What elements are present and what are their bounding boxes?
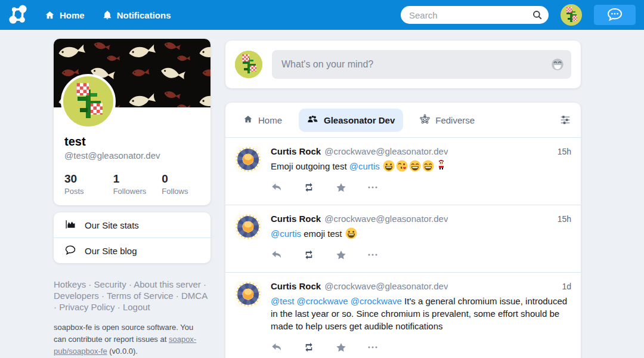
nav-home-label: Home [60, 10, 85, 20]
search-icon[interactable] [532, 10, 543, 23]
post-actions [271, 249, 571, 263]
main-column: Home Gleasonator Dev [225, 41, 581, 358]
tab-gleasonator-dev-label: Gleasonator Dev [324, 115, 395, 125]
reply-icon [271, 249, 283, 263]
account-avatar[interactable] [561, 4, 582, 26]
ellipsis-button[interactable] [367, 342, 378, 355]
post-timestamp[interactable]: 15h [558, 214, 571, 224]
chat-button[interactable] [594, 5, 636, 25]
post-author-handle[interactable]: @crockwave@gleasonator.dev [324, 281, 448, 291]
mention-link[interactable]: @curtis [349, 161, 380, 171]
stat-posts-value: 30 [64, 172, 113, 186]
repost-button[interactable] [303, 342, 315, 355]
footer-link-dmca[interactable]: DMCA [181, 291, 207, 301]
footer-link-about-this-server[interactable]: About this server [134, 279, 201, 289]
profile-card: test @test@gleasonator.dev 30 Posts 1 Fo… [54, 39, 210, 205]
ellipsis-button[interactable] [367, 249, 378, 263]
grinning-face-emoji [382, 161, 395, 171]
tab-fediverse[interactable]: Fediverse [411, 108, 483, 132]
post-author-handle[interactable]: @crockwave@gleasonator.dev [324, 146, 448, 156]
nav-notifications-label: Notifications [117, 10, 171, 20]
users-group-icon [307, 115, 318, 126]
bell-icon [103, 10, 112, 20]
repost-button[interactable] [303, 182, 315, 195]
stat-followers[interactable]: 1 Followers [113, 172, 162, 196]
nav-home[interactable]: Home [45, 10, 85, 20]
sidebar-item-site-blog[interactable]: Our Site blog [54, 238, 210, 263]
speech-bubble-icon [64, 244, 76, 258]
stat-posts[interactable]: 30 Posts [64, 172, 113, 196]
repost-icon [303, 342, 315, 355]
reply-button[interactable] [271, 249, 283, 263]
timeline-card: Home Gleasonator Dev [225, 103, 581, 358]
profile-avatar[interactable] [61, 74, 116, 129]
post-author-handle[interactable]: @crockwave@gleasonator.dev [324, 214, 448, 224]
mention-link[interactable]: @test [271, 296, 294, 306]
footer-link-privacy-policy[interactable]: Privacy Policy [59, 302, 114, 312]
footer-link-security[interactable]: Security [94, 279, 126, 289]
star-button[interactable] [335, 249, 347, 263]
mention-link[interactable]: @crockwave [297, 296, 348, 306]
star-icon [335, 182, 347, 195]
post-timestamp[interactable]: 15h [558, 147, 571, 156]
search-input[interactable] [401, 6, 549, 24]
star-icon [335, 342, 347, 355]
stat-follows[interactable]: 0 Follows [162, 172, 210, 196]
stat-follows-label: Follows [162, 187, 210, 196]
post-list: Curtis Rock@crockwave@gleasonator.dev15h… [225, 138, 581, 358]
post-author-name[interactable]: Curtis Rock [271, 146, 321, 156]
profile-stats: 30 Posts 1 Followers 0 Follows [64, 172, 210, 196]
repost-button[interactable] [303, 249, 315, 263]
tab-fediverse-label: Fediverse [435, 115, 475, 125]
profile-handle: @test@gleasonator.dev [64, 150, 210, 161]
emoji-picker-icon[interactable] [551, 58, 564, 71]
home-icon [243, 115, 253, 126]
repost-icon [303, 249, 315, 263]
post-author-avatar[interactable] [235, 281, 261, 307]
star-button[interactable] [335, 342, 347, 355]
reply-button[interactable] [271, 342, 283, 355]
tab-home[interactable]: Home [235, 109, 290, 132]
reply-icon [271, 182, 283, 195]
post-content: Emoji outgoing test @curtis [271, 160, 571, 172]
star-button[interactable] [335, 182, 347, 195]
sidebar-item-site-stats[interactable]: Our Site stats [54, 212, 210, 237]
footer-link-developers[interactable]: Developers [54, 291, 99, 301]
fediverse-icon [420, 114, 430, 126]
ellipsis-icon [367, 182, 378, 195]
post: Curtis Rock@crockwave@gleasonator.dev1d@… [225, 273, 581, 358]
footer-link-hotkeys[interactable]: Hotkeys [54, 279, 86, 289]
footer-link-terms-of-service[interactable]: Terms of Service [107, 291, 174, 301]
reply-button[interactable] [271, 182, 283, 195]
tab-gleasonator-dev[interactable]: Gleasonator Dev [299, 109, 403, 132]
mention-link[interactable]: @curtis [271, 229, 301, 239]
footer-link-logout[interactable]: Logout [123, 302, 150, 312]
chat-bubble-icon [606, 7, 624, 23]
beaming-face-emoji [408, 161, 422, 171]
post-author-name[interactable]: Curtis Rock [271, 281, 321, 291]
post: Curtis Rock@crockwave@gleasonator.dev15h… [225, 205, 581, 272]
ellipsis-button[interactable] [367, 182, 378, 195]
post-timestamp[interactable]: 1d [562, 282, 571, 291]
mention-link[interactable]: @crockwave [351, 296, 402, 306]
sliders-icon[interactable] [559, 115, 571, 125]
compose-field[interactable] [272, 50, 571, 79]
post-author-name[interactable]: Curtis Rock [271, 214, 321, 224]
post-author-avatar[interactable] [235, 146, 261, 172]
footer-about: soapbox-fe is open source software. You … [54, 322, 206, 357]
stat-posts-label: Posts [64, 187, 113, 196]
footer-links: Hotkeys · Security · About this server ·… [54, 279, 210, 313]
ellipsis-icon [367, 249, 378, 263]
post-actions [271, 342, 571, 355]
timeline-tabs: Home Gleasonator Dev [225, 103, 581, 137]
compose-avatar[interactable] [235, 51, 262, 78]
stat-followers-label: Followers [113, 187, 162, 196]
compose-card [225, 41, 581, 88]
profile-display-name[interactable]: test [64, 135, 210, 149]
app-logo-icon[interactable] [7, 4, 29, 26]
compose-input[interactable] [272, 50, 571, 79]
home-icon [45, 10, 55, 20]
post-author-avatar[interactable] [235, 214, 261, 240]
star-icon [335, 249, 347, 263]
nav-notifications[interactable]: Notifications [103, 10, 171, 20]
